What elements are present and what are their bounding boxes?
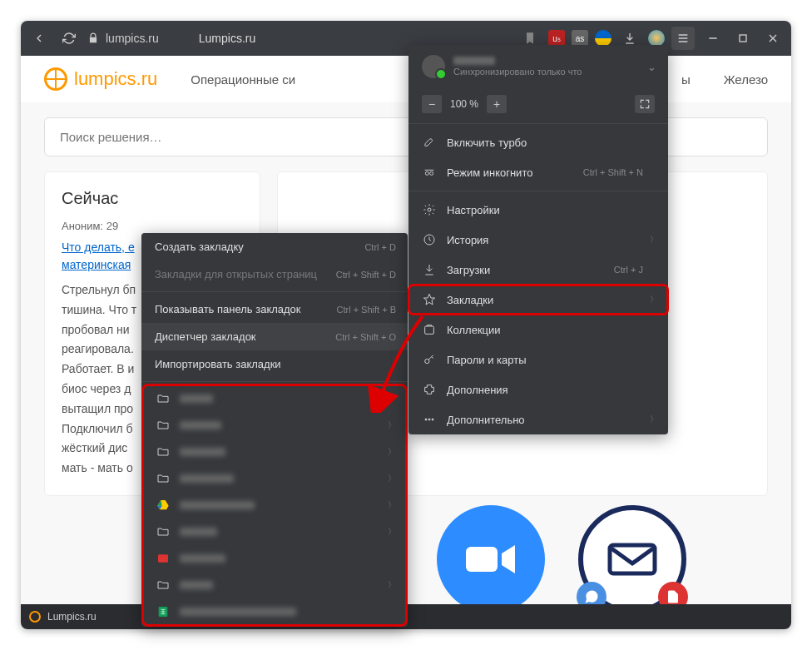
menu-settings[interactable]: Настройки (408, 195, 668, 225)
svg-point-11 (432, 419, 433, 420)
nav-hardware[interactable]: Железо (724, 72, 768, 87)
avatar-icon (422, 55, 445, 78)
shortcut-text: Ctrl + D (364, 242, 396, 252)
menu-downloads[interactable]: Загрузки Ctrl + J (408, 255, 668, 285)
menu-downloads-label: Загрузки (447, 264, 490, 276)
folder-icon (156, 392, 170, 405)
menu-turbo-label: Включить турбо (447, 136, 527, 149)
ext-ua-icon[interactable] (595, 30, 611, 47)
back-button[interactable] (27, 27, 51, 50)
site-header: lumpics.ru Операционные си ы Железо (21, 56, 791, 102)
url-box[interactable]: lumpics.ru (87, 32, 159, 45)
minimize-button[interactable] (701, 27, 725, 50)
gear-icon (422, 202, 437, 217)
mail-app-icon[interactable] (578, 505, 686, 604)
bookmark-folder[interactable]: 〉 (143, 385, 406, 412)
nav-os[interactable]: Операционные си (191, 72, 295, 87)
shortcut-text: Ctrl + Shift + D (336, 270, 396, 280)
zoom-row: − 100 % + (408, 88, 668, 120)
sm-show-bar[interactable]: Показывать панель закладок Ctrl + Shift … (141, 295, 408, 323)
sm-bookmark-manager[interactable]: Диспетчер закладок Ctrl + Shift + O (141, 323, 408, 350)
card-link2[interactable]: материнская (62, 258, 131, 271)
shortcut-text: Ctrl + Shift + N (583, 167, 643, 177)
svg-point-4 (430, 171, 433, 175)
folder-icon (156, 419, 170, 432)
download-icon (422, 262, 437, 277)
chevron-right-icon: 〉 (650, 234, 658, 246)
chevron-right-icon: 〉 (650, 414, 658, 425)
menu-turbo[interactable]: Включить турбо (408, 127, 668, 157)
close-button[interactable] (761, 27, 785, 50)
sm-label: Показывать панель закладок (155, 303, 301, 315)
sync-status: Синхронизировано только что (453, 67, 582, 77)
fullscreen-button[interactable] (635, 95, 655, 113)
bookmark-folder[interactable]: 〉 (143, 439, 406, 465)
sync-row[interactable]: Синхронизировано только что ⌄ (408, 45, 668, 88)
mask-icon (422, 165, 437, 180)
bookmark-item[interactable] (143, 545, 406, 572)
taskbar-label[interactable]: Lumpics.ru (47, 611, 97, 623)
menu-settings-label: Настройки (447, 204, 500, 216)
folder-icon (156, 445, 170, 459)
main-menu: Синхронизировано только что ⌄ − 100 % + … (408, 45, 668, 434)
zoom-value: 100 % (450, 98, 478, 110)
lastfm-icon[interactable]: as (572, 30, 588, 47)
svg-point-3 (425, 171, 428, 175)
bookmark-item[interactable] (143, 598, 406, 625)
lock-icon (87, 32, 99, 44)
zoom-out-button[interactable]: − (422, 95, 442, 113)
menu-button[interactable] (671, 27, 695, 50)
svg-point-5 (428, 208, 431, 211)
key-icon (422, 352, 437, 367)
collections-icon (422, 322, 437, 337)
menu-passwords[interactable]: Пароли и карты (408, 345, 668, 375)
puzzle-icon (422, 382, 437, 397)
account-name-blur (453, 57, 495, 65)
chevron-right-icon: 〉 (388, 499, 396, 511)
zoom-in-button[interactable]: + (487, 95, 507, 113)
maximize-button[interactable] (731, 27, 755, 50)
dots-icon (422, 412, 437, 427)
shortcut-text: Ctrl + Shift + O (335, 332, 396, 342)
site-logo[interactable]: lumpics.ru (44, 67, 157, 91)
app-icon (156, 552, 170, 565)
menu-collections[interactable]: Коллекции (408, 315, 668, 345)
bookmark-folder[interactable]: 〉 (143, 465, 406, 492)
titlebar: lumpics.ru Lumpics.ru u₅ as (21, 21, 791, 56)
card-link1[interactable]: Что делать, е (62, 241, 135, 254)
menu-addons[interactable]: Дополнения (408, 375, 668, 404)
menu-incognito[interactable]: Режим инкогнито Ctrl + Shift + N (408, 157, 668, 187)
tab-title: Lumpics.ru (199, 32, 255, 45)
sm-create-bookmark[interactable]: Создать закладку Ctrl + D (141, 233, 408, 260)
bookmark-folder[interactable]: 〉 (143, 572, 406, 598)
bookmark-folder[interactable]: 〉 (143, 412, 406, 439)
folder-icon (156, 578, 170, 592)
svg-rect-12 (158, 554, 168, 562)
bookmark-folder[interactable]: 〉 (143, 492, 406, 519)
menu-incognito-label: Режим инкогнито (447, 166, 532, 179)
chevron-right-icon: 〉 (388, 446, 396, 458)
star-icon (422, 292, 437, 307)
bookmark-folder[interactable]: 〉 (143, 519, 406, 545)
card-title: Сейчас (62, 189, 243, 208)
sm-label: Создать закладку (155, 241, 244, 253)
chevron-right-icon: 〉 (388, 526, 396, 538)
svg-point-10 (428, 419, 430, 420)
zoom-app-icon[interactable] (437, 505, 545, 604)
reload-button[interactable] (57, 27, 81, 50)
svg-rect-7 (425, 326, 434, 334)
menu-more[interactable]: Дополнительно 〉 (408, 404, 668, 434)
menu-bookmarks[interactable]: Закладки 〉 (408, 285, 668, 315)
chevron-right-icon: 〉 (388, 579, 396, 591)
chevron-right-icon: 〉 (388, 473, 396, 484)
ublock-icon[interactable]: u₅ (548, 30, 565, 47)
sheets-icon (156, 605, 170, 618)
menu-history[interactable]: История 〉 (408, 225, 668, 255)
svg-rect-0 (740, 35, 746, 42)
menu-bookmarks-label: Закладки (447, 294, 493, 306)
menu-collections-label: Коллекции (447, 324, 501, 336)
card-meta: Аноним: 29 (62, 220, 243, 232)
nav-fragment[interactable]: ы (681, 72, 691, 87)
sm-import[interactable]: Импортировать закладки (141, 350, 408, 378)
ext-weather-icon[interactable] (648, 30, 665, 47)
